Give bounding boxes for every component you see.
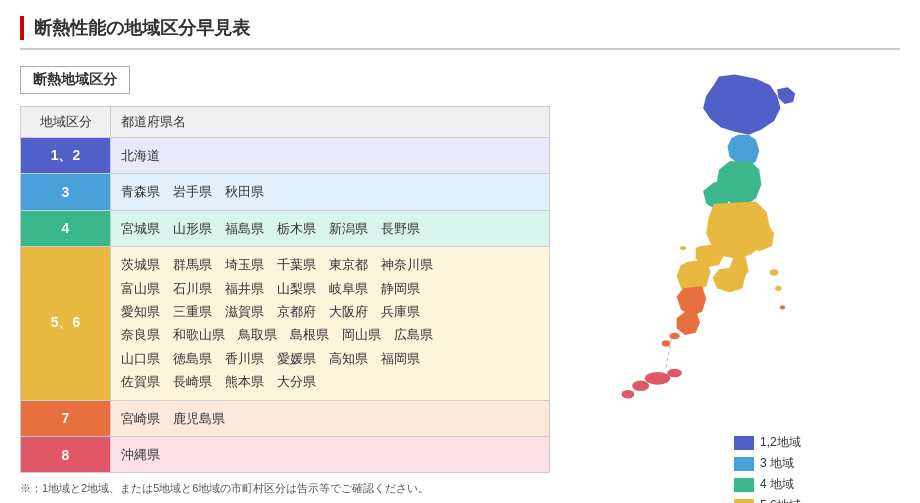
zone-cell: 5、6	[21, 247, 111, 400]
svg-point-8	[775, 286, 781, 291]
legend-label: 3 地域	[760, 455, 794, 472]
zone-cell: 3	[21, 174, 111, 210]
pref-cell: 宮城県 山形県 福島県 栃木県 新潟県 長野県	[111, 210, 550, 246]
svg-point-1	[632, 380, 649, 391]
svg-point-2	[622, 390, 635, 398]
legend-item: 1,2地域	[734, 434, 801, 451]
legend-color-box	[734, 436, 754, 450]
pref-cell: 青森県 岩手県 秋田県	[111, 174, 550, 210]
section-title: 断熱地域区分	[20, 66, 130, 94]
japan-map	[574, 66, 864, 426]
legend-item: 5,6地域	[734, 497, 801, 503]
pref-cell: 茨城県 群馬県 埼玉県 千葉県 東京都 神奈川県富山県 石川県 福井県 山梨県 …	[111, 247, 550, 400]
content-area: 断熱地域区分 地域区分 都道府県名 1、2北海道3青森県 岩手県 秋田県4宮城県…	[20, 66, 900, 503]
legend-color-box	[734, 457, 754, 471]
left-panel: 断熱地域区分 地域区分 都道府県名 1、2北海道3青森県 岩手県 秋田県4宮城県…	[20, 66, 550, 503]
right-panel: 1,2地域3 地域4 地域5,6地域7 地域8 地域	[574, 66, 900, 503]
svg-point-9	[780, 305, 785, 309]
legend-label: 5,6地域	[760, 497, 801, 503]
map-legend: 1,2地域3 地域4 地域5,6地域7 地域8 地域	[734, 434, 801, 503]
svg-point-10	[680, 246, 686, 250]
svg-point-7	[770, 269, 778, 275]
col-pref-header: 都道府県名	[111, 107, 550, 138]
page-title: 断熱性能の地域区分早見表	[34, 16, 250, 40]
legend-color-box	[734, 478, 754, 492]
zone-cell: 8	[21, 436, 111, 472]
footnote: ※：1地域と2地域、または5地域と6地域の市町村区分は告示等でご確認ください。	[20, 481, 550, 496]
svg-point-4	[669, 333, 680, 339]
region-table: 地域区分 都道府県名 1、2北海道3青森県 岩手県 秋田県4宮城県 山形県 福島…	[20, 106, 550, 473]
svg-point-0	[645, 372, 670, 385]
legend-label: 4 地域	[760, 476, 794, 493]
legend-label: 1,2地域	[760, 434, 801, 451]
accent-bar	[20, 16, 24, 40]
map-container	[574, 66, 864, 426]
legend-item: 3 地域	[734, 455, 801, 472]
zone-cell: 7	[21, 400, 111, 436]
page-wrapper: 断熱性能の地域区分早見表 断熱地域区分 地域区分 都道府県名 1、2北海道3青森…	[0, 0, 920, 503]
col-zone-header: 地域区分	[21, 107, 111, 138]
main-title-bar: 断熱性能の地域区分早見表	[20, 16, 900, 50]
zone-cell: 1、2	[21, 138, 111, 174]
legend-item: 4 地域	[734, 476, 801, 493]
pref-cell: 北海道	[111, 138, 550, 174]
zone-cell: 4	[21, 210, 111, 246]
svg-point-5	[662, 340, 670, 346]
svg-point-3	[667, 369, 682, 377]
pref-cell: 宮崎県 鹿児島県	[111, 400, 550, 436]
legend-color-box	[734, 499, 754, 504]
pref-cell: 沖縄県	[111, 436, 550, 472]
